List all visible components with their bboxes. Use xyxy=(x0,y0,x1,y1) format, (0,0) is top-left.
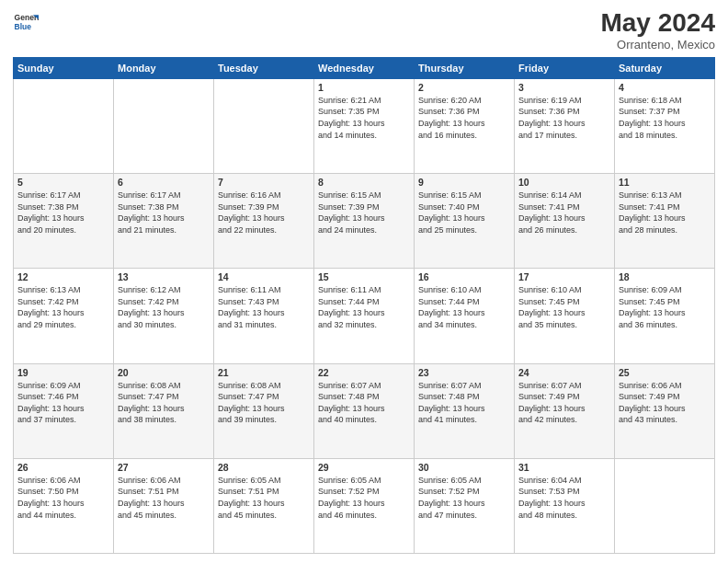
day-info: Sunrise: 6:20 AM Sunset: 7:36 PM Dayligh… xyxy=(418,95,510,141)
day-info: Sunrise: 6:05 AM Sunset: 7:52 PM Dayligh… xyxy=(318,475,410,521)
day-number: 25 xyxy=(619,367,711,378)
day-number: 9 xyxy=(418,177,510,188)
day-info: Sunrise: 6:21 AM Sunset: 7:35 PM Dayligh… xyxy=(318,95,410,141)
logo: General Blue xyxy=(13,9,39,35)
day-number: 31 xyxy=(518,462,610,473)
page: General Blue May 2024 Orranteno, Mexico … xyxy=(0,0,728,563)
calendar-header-cell: Wednesday xyxy=(314,57,415,78)
calendar-day-cell: 28Sunrise: 6:05 AM Sunset: 7:51 PM Dayli… xyxy=(214,458,314,553)
day-number: 22 xyxy=(318,367,410,378)
calendar-day-cell: 20Sunrise: 6:08 AM Sunset: 7:47 PM Dayli… xyxy=(114,363,214,458)
day-number: 8 xyxy=(318,177,410,188)
day-number: 30 xyxy=(418,462,510,473)
calendar-day-cell: 11Sunrise: 6:13 AM Sunset: 7:41 PM Dayli… xyxy=(615,174,715,269)
calendar-day-cell: 12Sunrise: 6:13 AM Sunset: 7:42 PM Dayli… xyxy=(14,269,114,363)
svg-text:Blue: Blue xyxy=(15,22,32,31)
calendar-header-cell: Saturday xyxy=(615,57,715,78)
day-info: Sunrise: 6:06 AM Sunset: 7:49 PM Dayligh… xyxy=(619,380,711,426)
calendar-day-cell: 21Sunrise: 6:08 AM Sunset: 7:47 PM Dayli… xyxy=(214,363,314,458)
day-info: Sunrise: 6:09 AM Sunset: 7:46 PM Dayligh… xyxy=(17,380,109,426)
day-number: 16 xyxy=(418,271,510,282)
day-info: Sunrise: 6:17 AM Sunset: 7:38 PM Dayligh… xyxy=(118,190,210,236)
calendar-day-cell: 1Sunrise: 6:21 AM Sunset: 7:35 PM Daylig… xyxy=(314,78,415,173)
day-info: Sunrise: 6:16 AM Sunset: 7:39 PM Dayligh… xyxy=(218,190,310,236)
day-info: Sunrise: 6:07 AM Sunset: 7:48 PM Dayligh… xyxy=(318,380,410,426)
calendar-day-cell xyxy=(114,78,214,173)
header: General Blue May 2024 Orranteno, Mexico xyxy=(13,9,715,52)
day-number: 17 xyxy=(518,271,610,282)
subtitle: Orranteno, Mexico xyxy=(600,38,715,52)
calendar-header-cell: Thursday xyxy=(415,57,515,78)
calendar-day-cell: 17Sunrise: 6:10 AM Sunset: 7:45 PM Dayli… xyxy=(515,269,615,363)
day-number: 1 xyxy=(318,82,410,93)
day-info: Sunrise: 6:10 AM Sunset: 7:45 PM Dayligh… xyxy=(518,284,610,330)
calendar-day-cell: 23Sunrise: 6:07 AM Sunset: 7:48 PM Dayli… xyxy=(415,363,515,458)
calendar-day-cell xyxy=(615,458,715,553)
calendar-day-cell: 25Sunrise: 6:06 AM Sunset: 7:49 PM Dayli… xyxy=(615,363,715,458)
day-number: 29 xyxy=(318,462,410,473)
day-info: Sunrise: 6:13 AM Sunset: 7:42 PM Dayligh… xyxy=(17,284,109,330)
day-number: 23 xyxy=(418,367,510,378)
calendar-day-cell xyxy=(14,78,114,173)
title-block: May 2024 Orranteno, Mexico xyxy=(600,9,715,52)
calendar-day-cell: 8Sunrise: 6:15 AM Sunset: 7:39 PM Daylig… xyxy=(314,174,415,269)
day-number: 18 xyxy=(619,271,711,282)
day-info: Sunrise: 6:13 AM Sunset: 7:41 PM Dayligh… xyxy=(619,190,711,236)
day-info: Sunrise: 6:08 AM Sunset: 7:47 PM Dayligh… xyxy=(118,380,210,426)
day-number: 6 xyxy=(118,177,210,188)
day-info: Sunrise: 6:05 AM Sunset: 7:51 PM Dayligh… xyxy=(218,475,310,521)
day-number: 2 xyxy=(418,82,510,93)
calendar-week-row: 1Sunrise: 6:21 AM Sunset: 7:35 PM Daylig… xyxy=(14,78,715,173)
day-number: 20 xyxy=(118,367,210,378)
calendar-header-row: SundayMondayTuesdayWednesdayThursdayFrid… xyxy=(14,57,715,78)
calendar-header-cell: Monday xyxy=(114,57,214,78)
day-number: 24 xyxy=(518,367,610,378)
day-info: Sunrise: 6:08 AM Sunset: 7:47 PM Dayligh… xyxy=(218,380,310,426)
day-info: Sunrise: 6:06 AM Sunset: 7:50 PM Dayligh… xyxy=(17,475,109,521)
calendar-week-row: 5Sunrise: 6:17 AM Sunset: 7:38 PM Daylig… xyxy=(14,174,715,269)
day-number: 26 xyxy=(17,462,109,473)
calendar-day-cell: 5Sunrise: 6:17 AM Sunset: 7:38 PM Daylig… xyxy=(14,174,114,269)
day-number: 7 xyxy=(218,177,310,188)
day-number: 12 xyxy=(17,271,109,282)
calendar-table: SundayMondayTuesdayWednesdayThursdayFrid… xyxy=(13,57,715,554)
logo-icon: General Blue xyxy=(13,9,39,35)
day-info: Sunrise: 6:11 AM Sunset: 7:44 PM Dayligh… xyxy=(318,284,410,330)
day-number: 27 xyxy=(118,462,210,473)
calendar-day-cell: 26Sunrise: 6:06 AM Sunset: 7:50 PM Dayli… xyxy=(14,458,114,553)
day-number: 19 xyxy=(17,367,109,378)
day-info: Sunrise: 6:09 AM Sunset: 7:45 PM Dayligh… xyxy=(619,284,711,330)
calendar-day-cell: 19Sunrise: 6:09 AM Sunset: 7:46 PM Dayli… xyxy=(14,363,114,458)
calendar-body: 1Sunrise: 6:21 AM Sunset: 7:35 PM Daylig… xyxy=(14,78,715,553)
day-number: 15 xyxy=(318,271,410,282)
day-info: Sunrise: 6:17 AM Sunset: 7:38 PM Dayligh… xyxy=(17,190,109,236)
day-number: 21 xyxy=(218,367,310,378)
day-info: Sunrise: 6:18 AM Sunset: 7:37 PM Dayligh… xyxy=(619,95,711,141)
calendar-day-cell xyxy=(214,78,314,173)
calendar-day-cell: 29Sunrise: 6:05 AM Sunset: 7:52 PM Dayli… xyxy=(314,458,415,553)
day-number: 13 xyxy=(118,271,210,282)
svg-text:General: General xyxy=(15,13,39,22)
day-number: 28 xyxy=(218,462,310,473)
calendar-day-cell: 9Sunrise: 6:15 AM Sunset: 7:40 PM Daylig… xyxy=(415,174,515,269)
calendar-header-cell: Tuesday xyxy=(214,57,314,78)
calendar-day-cell: 24Sunrise: 6:07 AM Sunset: 7:49 PM Dayli… xyxy=(515,363,615,458)
calendar-day-cell: 14Sunrise: 6:11 AM Sunset: 7:43 PM Dayli… xyxy=(214,269,314,363)
calendar-week-row: 12Sunrise: 6:13 AM Sunset: 7:42 PM Dayli… xyxy=(14,269,715,363)
day-info: Sunrise: 6:05 AM Sunset: 7:52 PM Dayligh… xyxy=(418,475,510,521)
day-info: Sunrise: 6:04 AM Sunset: 7:53 PM Dayligh… xyxy=(518,475,610,521)
calendar-header-cell: Friday xyxy=(515,57,615,78)
day-number: 14 xyxy=(218,271,310,282)
calendar-day-cell: 13Sunrise: 6:12 AM Sunset: 7:42 PM Dayli… xyxy=(114,269,214,363)
calendar-day-cell: 22Sunrise: 6:07 AM Sunset: 7:48 PM Dayli… xyxy=(314,363,415,458)
day-info: Sunrise: 6:15 AM Sunset: 7:39 PM Dayligh… xyxy=(318,190,410,236)
day-info: Sunrise: 6:06 AM Sunset: 7:51 PM Dayligh… xyxy=(118,475,210,521)
calendar-week-row: 19Sunrise: 6:09 AM Sunset: 7:46 PM Dayli… xyxy=(14,363,715,458)
calendar-day-cell: 3Sunrise: 6:19 AM Sunset: 7:36 PM Daylig… xyxy=(515,78,615,173)
day-info: Sunrise: 6:07 AM Sunset: 7:49 PM Dayligh… xyxy=(518,380,610,426)
day-info: Sunrise: 6:14 AM Sunset: 7:41 PM Dayligh… xyxy=(518,190,610,236)
day-number: 5 xyxy=(17,177,109,188)
day-info: Sunrise: 6:07 AM Sunset: 7:48 PM Dayligh… xyxy=(418,380,510,426)
calendar-day-cell: 30Sunrise: 6:05 AM Sunset: 7:52 PM Dayli… xyxy=(415,458,515,553)
calendar-day-cell: 15Sunrise: 6:11 AM Sunset: 7:44 PM Dayli… xyxy=(314,269,415,363)
